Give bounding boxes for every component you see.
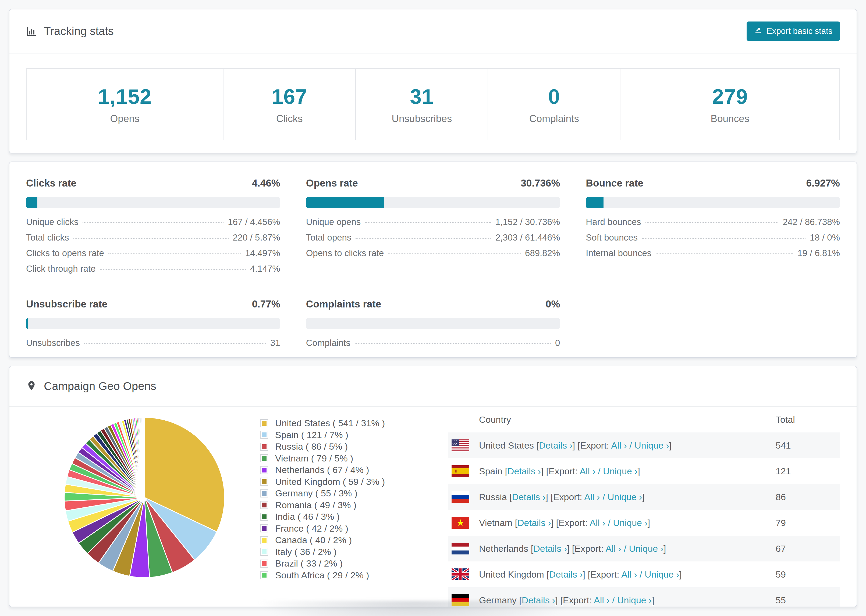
export-unique-link[interactable]: Unique › xyxy=(613,518,648,528)
dotted-leader xyxy=(109,253,241,254)
summary-stat-value: 279 xyxy=(712,84,748,109)
rate-progress-track xyxy=(306,197,560,208)
tracking-stats-header: Tracking stats Export basic stats xyxy=(9,9,857,53)
legend-label: United States ( 541 / 31% ) xyxy=(275,418,385,428)
export-unique-link[interactable]: Unique › xyxy=(635,440,669,451)
export-unique-link[interactable]: Unique › xyxy=(608,492,642,502)
details-link[interactable]: Details › xyxy=(533,544,567,554)
export-all-link[interactable]: All › xyxy=(611,440,627,451)
dotted-leader xyxy=(83,222,224,223)
geo-table: CountryTotalUnited States [Details ›] [E… xyxy=(448,407,840,607)
total-cell: 541 xyxy=(776,440,836,451)
export-all-link[interactable]: All › xyxy=(606,544,622,554)
geo-legend: United States ( 541 / 31% )Spain ( 121 /… xyxy=(260,407,435,607)
rate-row: Total clicks220 / 5.87% xyxy=(26,233,280,248)
rate-row: Soft bounces18 / 0% xyxy=(586,233,840,248)
rate-row: Opens to clicks rate689.82% xyxy=(306,248,560,264)
total-cell: 59 xyxy=(776,569,836,580)
details-link[interactable]: Details › xyxy=(518,518,551,528)
country-cell: United States [Details ›] [Export: All ›… xyxy=(479,440,672,451)
rate-row-value: 4.147% xyxy=(250,264,280,274)
country-cell: Netherlands [Details ›] [Export: All › /… xyxy=(479,544,666,554)
bracket: ] xyxy=(638,466,640,476)
summary-stat-bounces: 279Bounces xyxy=(620,69,839,140)
export-unique-link[interactable]: Unique › xyxy=(645,569,679,580)
legend-item: Vietnam ( 79 / 5% ) xyxy=(260,453,435,464)
geo-col-country: Country xyxy=(452,415,511,425)
details-link[interactable]: Details › xyxy=(507,466,541,476)
summary-stat-value: 0 xyxy=(548,84,560,109)
summary-stats-strip: 1,152Opens167Clicks31Unsubscribes0Compla… xyxy=(26,68,840,140)
rate-progress-fill xyxy=(586,197,603,208)
geo-body: United States ( 541 / 31% )Spain ( 121 /… xyxy=(9,407,857,607)
details-link[interactable]: Details › xyxy=(549,569,583,580)
country-cell: Russia [Details ›] [Export: All › / Uniq… xyxy=(479,492,645,502)
legend-color-swatch xyxy=(260,501,268,509)
rate-row: Complaints0 xyxy=(306,338,560,354)
geo-table-row-de: Germany [Details ›] [Export: All › / Uni… xyxy=(448,587,840,607)
rate-row: Hard bounces242 / 86.738% xyxy=(586,217,840,233)
dotted-leader xyxy=(84,343,266,344)
country-cell: Spain [Details ›] [Export: All › / Uniqu… xyxy=(479,466,640,476)
rate-row-value: 14.497% xyxy=(245,248,280,258)
legend-label: United Kingdom ( 59 / 3% ) xyxy=(275,476,385,487)
rate-progress-track xyxy=(586,197,840,208)
legend-item: Russia ( 86 / 5% ) xyxy=(260,441,435,453)
export-unique-link[interactable]: Unique › xyxy=(629,544,663,554)
legend-item: Brazil ( 33 / 2% ) xyxy=(260,558,435,569)
summary-stat-label: Clicks xyxy=(276,113,303,124)
dotted-leader xyxy=(73,238,228,239)
export-all-link[interactable]: All › xyxy=(589,518,605,528)
dotted-leader xyxy=(356,238,491,239)
rate-row-label: Total clicks xyxy=(26,233,69,243)
bracket: ] xyxy=(648,518,650,528)
geo-table-row-es: Spain [Details ›] [Export: All › / Uniqu… xyxy=(448,458,840,484)
legend-label: France ( 42 / 2% ) xyxy=(275,523,348,534)
bar-chart-icon xyxy=(26,25,38,37)
legend-color-swatch xyxy=(260,431,268,439)
rate-row-label: Unique clicks xyxy=(26,217,78,227)
export-unique-link[interactable]: Unique › xyxy=(603,466,638,476)
rate-block-clicks-rate: Clicks rate4.46%Unique clicks167 / 4.456… xyxy=(26,178,280,279)
rate-value: 6.927% xyxy=(806,178,840,189)
es-flag-icon xyxy=(452,465,469,477)
rate-row-label: Total opens xyxy=(306,233,351,243)
rate-row-label: Hard bounces xyxy=(586,217,641,227)
legend-color-swatch xyxy=(260,478,268,486)
dotted-leader xyxy=(100,269,246,270)
bracket: [ xyxy=(515,518,518,528)
export-unique-link[interactable]: Unique › xyxy=(617,595,652,605)
rate-progress-track xyxy=(26,318,280,329)
country-name: United Kingdom xyxy=(479,569,546,580)
dotted-leader xyxy=(355,343,551,344)
details-link[interactable]: Details › xyxy=(539,440,573,451)
bracket: [ xyxy=(519,595,521,605)
rate-title: Unsubscribe rate xyxy=(26,299,107,310)
rate-row-value: 689.82% xyxy=(525,248,560,258)
export-all-link[interactable]: All › xyxy=(594,595,610,605)
details-link[interactable]: Details › xyxy=(522,595,555,605)
legend-item: South Africa ( 29 / 2% ) xyxy=(260,569,435,581)
country-cell: Germany [Details ›] [Export: All › / Uni… xyxy=(479,595,654,605)
country-name: United States xyxy=(479,440,537,451)
slash: / xyxy=(637,569,645,580)
rate-block-unsubscribe-rate: Unsubscribe rate0.77%Unsubscribes31 xyxy=(26,299,280,354)
bracket: ] xyxy=(663,544,666,554)
geo-table-row-us: United States [Details ›] [Export: All ›… xyxy=(448,432,840,458)
export-all-link[interactable]: All › xyxy=(584,492,600,502)
export-prefix: ] [Export: xyxy=(583,569,622,580)
export-basic-stats-button[interactable]: Export basic stats xyxy=(746,22,840,41)
legend-color-swatch xyxy=(260,513,268,521)
export-all-link[interactable]: All › xyxy=(621,569,637,580)
slash: / xyxy=(627,440,635,451)
rate-row-value: 1,152 / 30.736% xyxy=(495,217,560,227)
nl-flag-icon xyxy=(452,543,469,555)
bracket: ] xyxy=(669,440,672,451)
legend-item: United Kingdom ( 59 / 3% ) xyxy=(260,476,435,488)
country-name: Russia xyxy=(479,492,509,502)
details-link[interactable]: Details › xyxy=(512,492,546,502)
legend-color-swatch xyxy=(260,489,268,498)
legend-color-swatch xyxy=(260,454,268,462)
export-all-link[interactable]: All › xyxy=(579,466,595,476)
legend-label: Spain ( 121 / 7% ) xyxy=(275,430,348,440)
